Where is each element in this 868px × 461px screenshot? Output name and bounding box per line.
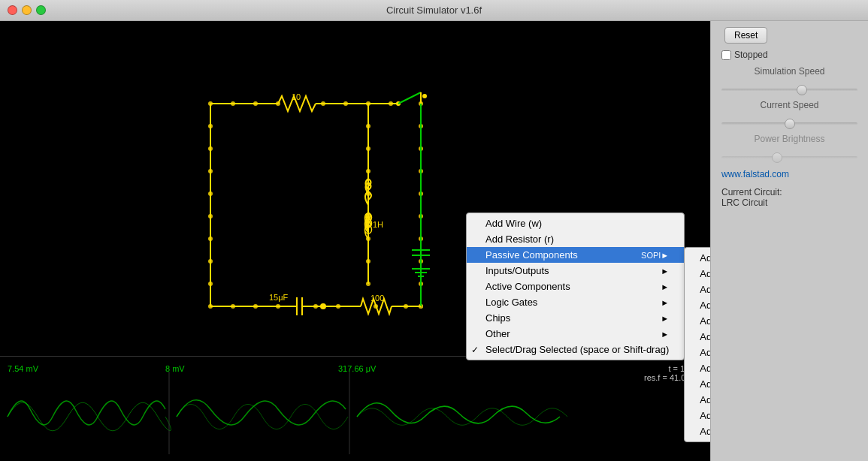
submenu-add-inductor[interactable]: Add Inductor	[685, 266, 710, 282]
menu-active-components[interactable]: Active Components ►	[467, 279, 684, 294]
select-drag-checkmark: ✓	[471, 345, 479, 355]
other-arrow: ►	[661, 330, 669, 339]
chips-arrow: ►	[661, 314, 669, 323]
inputs-outputs-arrow: ►	[661, 267, 669, 276]
minimize-button[interactable]	[22, 5, 32, 15]
menu-other[interactable]: Other ►	[467, 326, 684, 342]
power-brightness-slider[interactable]	[721, 156, 857, 159]
stopped-checkbox[interactable]	[721, 50, 731, 60]
submenu-add-switch[interactable]: Add Switch (s)	[685, 282, 710, 297]
power-brightness-label: Power Brightness	[717, 134, 862, 144]
svg-text:100: 100	[370, 294, 384, 303]
menu-logic-gates[interactable]: Logic Gates ►	[467, 294, 684, 310]
svg-text:15μF: 15μF	[269, 293, 289, 302]
close-button[interactable]	[8, 5, 17, 15]
menu-chips[interactable]: Chips ►	[467, 310, 684, 326]
submenu-add-memristor[interactable]: Add Memristor	[685, 408, 710, 423]
menu-add-resistor[interactable]: Add Resistor (r)	[467, 231, 684, 247]
svg-point-49	[422, 94, 427, 98]
passive-components-arrow: SOPI►	[641, 251, 669, 260]
circuit-name: LRC Circuit	[721, 197, 857, 208]
submenu-add-spark-gap[interactable]: Add Spark Gap	[685, 423, 710, 439]
logic-gates-arrow: ►	[661, 298, 669, 307]
window-controls	[8, 5, 46, 15]
submenu-add-relay[interactable]: Add Relay (R)	[685, 392, 710, 408]
svg-text:10: 10	[292, 92, 301, 101]
submenu-add-capacitor[interactable]: Add Capacitor (c)	[685, 250, 710, 266]
current-speed-slider[interactable]	[721, 122, 857, 125]
titlebar: Circuit Simulator v1.6f	[0, 0, 868, 21]
right-panel: Reset Stopped Simulation Speed Current S…	[710, 21, 868, 461]
passive-submenu: Add Capacitor (c) Add Inductor Add Switc…	[684, 247, 710, 442]
submenu-add-transmission-line[interactable]: Add Transmission Line	[685, 376, 710, 392]
window-title: Circuit Simulator v1.6f	[386, 5, 482, 16]
main-content: 10 15μF	[0, 21, 868, 461]
submenu-add-potentiometer[interactable]: Add Potentiometer	[685, 329, 710, 345]
power-brightness-slider-container	[717, 149, 862, 163]
circuit-info: Current Circuit: LRC Circuit	[717, 185, 862, 209]
current-speed-label: Current Speed	[717, 100, 862, 110]
submenu-add-transformer[interactable]: Add Transformer	[685, 345, 710, 360]
active-components-arrow: ►	[661, 282, 669, 291]
waveform-label-3: 317.66 μV	[338, 364, 376, 373]
menu-select-drag[interactable]: ✓ Select/Drag Selected (space or Shift-d…	[467, 342, 684, 357]
simulation-speed-label: Simulation Speed	[717, 66, 862, 77]
menu-passive-components[interactable]: Passive Components SOPI► Add Capacitor (…	[467, 247, 684, 263]
stopped-row: Stopped	[717, 48, 862, 62]
maximize-button[interactable]	[36, 5, 46, 15]
current-speed-slider-container	[717, 115, 862, 129]
submenu-add-spdt-switch[interactable]: Add SPDT Switch (S)	[685, 313, 710, 329]
menu-inputs-outputs[interactable]: Inputs/Outputs ►	[467, 263, 684, 279]
waveform-area: 7.54 mV 8 mV 317.66 μV	[0, 356, 710, 461]
waveform-svg	[0, 357, 616, 461]
waveform-label-2: 8 mV	[165, 364, 185, 373]
stopped-label: Stopped	[734, 50, 768, 60]
waveform-label-1: 7.54 mV	[8, 364, 38, 373]
context-menu: Add Wire (w) Add Resistor (r) Passive Co…	[466, 212, 685, 360]
current-circuit-label: Current Circuit:	[721, 187, 857, 197]
simulation-speed-slider[interactable]	[721, 89, 857, 92]
svg-text:1H: 1H	[373, 220, 383, 229]
submenu-add-push-switch[interactable]: Add Push Switch	[685, 297, 710, 313]
submenu-add-tapped-transformer[interactable]: Add Tapped Transformer	[685, 360, 710, 376]
simulation-speed-slider-container	[717, 81, 862, 95]
reset-button[interactable]: Reset	[724, 27, 767, 44]
website-link[interactable]: www.falstad.com	[717, 167, 862, 181]
menu-add-wire[interactable]: Add Wire (w)	[467, 215, 684, 231]
canvas-area[interactable]: 10 15μF	[0, 21, 710, 461]
